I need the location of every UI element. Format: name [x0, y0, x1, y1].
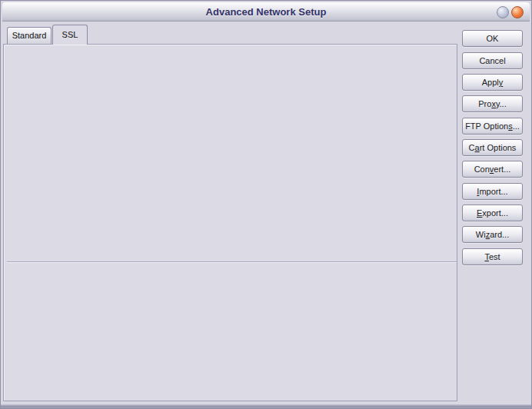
wizard-button[interactable]: Wizard...	[462, 226, 523, 243]
cancel-button[interactable]: Cancel	[462, 52, 523, 69]
window-bottom-edge	[1, 404, 531, 408]
window-title: Advanced Network Setup	[2, 2, 530, 22]
export-button[interactable]: Export...	[462, 204, 523, 221]
ok-button[interactable]: OK	[462, 30, 523, 47]
close-button[interactable]	[511, 6, 524, 18]
test-button[interactable]: Test	[462, 248, 523, 265]
advanced-network-setup-dialog: Advanced Network Setup Standard SSL Serv…	[0, 0, 532, 409]
cart-options-button[interactable]: Cart Options	[462, 139, 523, 156]
titlebar[interactable]: Advanced Network Setup	[2, 2, 530, 22]
minimize-button[interactable]	[497, 6, 509, 18]
ssl-tab-page	[3, 44, 457, 401]
page-divider	[7, 261, 457, 263]
ftp-options-button[interactable]: FTP Options...	[462, 118, 523, 135]
tab-standard[interactable]: Standard	[7, 27, 52, 44]
convert-button[interactable]: Convert...	[462, 161, 523, 178]
import-button[interactable]: Import...	[462, 183, 523, 200]
tab-ssl[interactable]: SSL	[52, 25, 88, 45]
proxy-button[interactable]: Proxy...	[462, 95, 523, 112]
apply-button[interactable]: Apply	[462, 74, 523, 91]
